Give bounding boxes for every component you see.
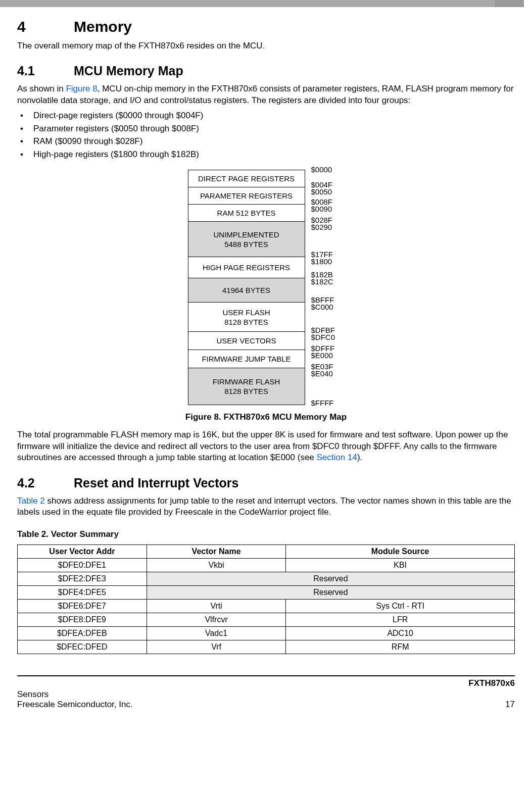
subsection-number: 4.1 bbox=[17, 64, 74, 78]
section-42-heading: 4.2Reset and Interrupt Vectors bbox=[17, 476, 515, 490]
address-label: $C000 bbox=[311, 303, 333, 311]
cell-module-source: RFM bbox=[286, 640, 515, 654]
memory-block: UNIMPLEMENTED5488 BYTES bbox=[188, 222, 305, 257]
table-row: $DFE4:DFE5Reserved bbox=[18, 585, 515, 599]
register-groups-list: Direct-page registers ($0000 through $00… bbox=[17, 109, 515, 161]
memory-map-blocks: DIRECT PAGE REGISTERSPARAMETER REGISTERS… bbox=[188, 170, 305, 405]
address-label: $FFFF bbox=[311, 399, 334, 407]
footer-page-number: 17 bbox=[505, 700, 515, 710]
list-item: High-page registers ($1800 through $182B… bbox=[17, 148, 515, 161]
memory-block: DIRECT PAGE REGISTERS bbox=[188, 170, 305, 187]
figure-8-caption: Figure 8. FXTH870x6 MCU Memory Map bbox=[17, 412, 515, 422]
subsection-title: Reset and Interrupt Vectors bbox=[74, 476, 238, 490]
memory-block: FIRMWARE FLASH8128 BYTES bbox=[188, 368, 305, 405]
cell-addr: $DFEA:DFEB bbox=[18, 626, 147, 640]
section-42-para: Table 2 shows address assignments for ju… bbox=[17, 495, 515, 518]
address-label: $E040 bbox=[311, 370, 333, 377]
cell-reserved: Reserved bbox=[147, 585, 514, 599]
memory-block: PARAMETER REGISTERS bbox=[188, 187, 305, 205]
memory-block: HIGH PAGE REGISTERS bbox=[188, 257, 305, 278]
address-label: $E000 bbox=[311, 352, 333, 359]
table-header-row: User Vector Addr Vector Name Module Sour… bbox=[18, 544, 515, 558]
section-41-para: As shown in Figure 8, MCU on-chip memory… bbox=[17, 83, 515, 106]
address-label: $0050 bbox=[311, 188, 332, 195]
section-4-intro: The overall memory map of the FXTH870x6 … bbox=[17, 40, 515, 52]
memory-block: RAM 512 BYTES bbox=[188, 205, 305, 222]
table-row: $DFEA:DFEBVadc1ADC10 bbox=[18, 626, 515, 640]
memory-block: 41964 BYTES bbox=[188, 278, 305, 303]
cell-addr: $DFE4:DFE5 bbox=[18, 585, 147, 599]
cell-reserved: Reserved bbox=[147, 572, 514, 585]
cell-addr: $DFE0:DFE1 bbox=[18, 558, 147, 572]
figure-8-ref[interactable]: Figure 8 bbox=[66, 84, 97, 93]
after-figure-para: The total programmable FLASH memory map … bbox=[17, 429, 515, 463]
footer-left-2: Freescale Semiconductor, Inc. bbox=[17, 700, 133, 710]
table-row: $DFE0:DFE1VkbiKBI bbox=[18, 558, 515, 572]
th-module-source: Module Source bbox=[286, 544, 515, 558]
header-bar bbox=[0, 0, 524, 7]
list-item: Parameter registers ($0050 through $008F… bbox=[17, 122, 515, 135]
cell-vector-name: Vkbi bbox=[147, 558, 286, 572]
subsection-title: MCU Memory Map bbox=[74, 64, 183, 78]
cell-addr: $DFE6:DFE7 bbox=[18, 599, 147, 613]
cell-module-source: KBI bbox=[286, 558, 515, 572]
table-row: $DFE2:DFE3Reserved bbox=[18, 572, 515, 585]
cell-vector-name: Vlfrcvr bbox=[147, 613, 286, 626]
address-label: $0290 bbox=[311, 223, 332, 231]
address-label: $182C bbox=[311, 278, 333, 285]
section-number: 4 bbox=[17, 18, 74, 35]
cell-vector-name: Vrti bbox=[147, 599, 286, 613]
section-14-ref[interactable]: Section 14 bbox=[317, 453, 357, 462]
memory-map-addresses: $0000$004F$0050$008F$0090$028F$0290$17FF… bbox=[311, 170, 345, 405]
address-label: $0000 bbox=[311, 166, 332, 173]
table-row: $DFE6:DFE7VrtiSys Ctrl - RTI bbox=[18, 599, 515, 613]
cell-module-source: ADC10 bbox=[286, 626, 515, 640]
list-item: RAM ($0090 through $028F) bbox=[17, 135, 515, 148]
cell-module-source: Sys Ctrl - RTI bbox=[286, 599, 515, 613]
cell-module-source: LFR bbox=[286, 613, 515, 626]
footer-row-2: Freescale Semiconductor, Inc. 17 bbox=[17, 700, 515, 710]
vector-summary-table: User Vector Addr Vector Name Module Sour… bbox=[17, 544, 515, 654]
memory-block: USER FLASH8128 BYTES bbox=[188, 303, 305, 332]
th-user-vector-addr: User Vector Addr bbox=[18, 544, 147, 558]
subsection-number: 4.2 bbox=[17, 476, 74, 490]
memory-block: USER VECTORS bbox=[188, 332, 305, 350]
memory-map-figure: DIRECT PAGE REGISTERSPARAMETER REGISTERS… bbox=[17, 170, 515, 405]
cell-addr: $DFE2:DFE3 bbox=[18, 572, 147, 585]
cell-vector-name: Vadc1 bbox=[147, 626, 286, 640]
table-2-ref[interactable]: Table 2 bbox=[17, 496, 45, 506]
section-41-heading: 4.1MCU Memory Map bbox=[17, 64, 515, 78]
footer-product: FXTH870x6 bbox=[17, 678, 515, 688]
footer-row: Sensors bbox=[17, 689, 515, 700]
cell-addr: $DFE8:DFE9 bbox=[18, 613, 147, 626]
cell-addr: $DFEC:DFED bbox=[18, 640, 147, 654]
address-label: $1800 bbox=[311, 258, 332, 265]
section-title: Memory bbox=[74, 18, 132, 35]
table-2-title: Table 2. Vector Summary bbox=[17, 529, 515, 539]
address-label: $0090 bbox=[311, 205, 332, 213]
th-vector-name: Vector Name bbox=[147, 544, 286, 558]
section-4-heading: 4Memory bbox=[17, 18, 515, 35]
footer-left-1: Sensors bbox=[17, 689, 49, 700]
list-item: Direct-page registers ($0000 through $00… bbox=[17, 109, 515, 122]
address-label: $DFC0 bbox=[311, 333, 335, 341]
table-row: $DFEC:DFEDVrfRFM bbox=[18, 640, 515, 654]
footer-separator bbox=[17, 675, 515, 676]
cell-vector-name: Vrf bbox=[147, 640, 286, 654]
memory-block: FIRMWARE JUMP TABLE bbox=[188, 350, 305, 368]
table-row: $DFE8:DFE9VlfrcvrLFR bbox=[18, 613, 515, 626]
